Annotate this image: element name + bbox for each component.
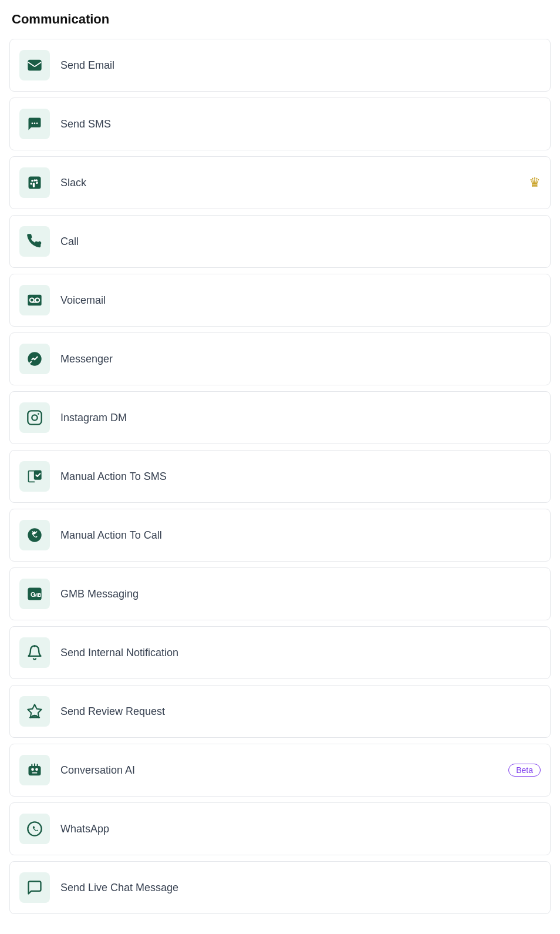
whatsapp-label: WhatsApp <box>60 823 541 835</box>
send-live-chat-label: Send Live Chat Message <box>60 882 541 894</box>
live-chat-icon-wrapper <box>19 872 50 903</box>
voicemail-icon-wrapper <box>19 285 50 315</box>
menu-item-instagram-dm[interactable]: Instagram DM <box>9 391 551 444</box>
instagram-dm-label: Instagram DM <box>60 412 541 424</box>
messenger-label: Messenger <box>60 353 541 365</box>
svg-rect-9 <box>28 411 41 424</box>
communication-menu: Send Email Send SMS Slack♛ Call Voicemai… <box>9 39 551 920</box>
svg-point-13 <box>28 528 41 542</box>
send-email-label: Send Email <box>60 59 541 72</box>
send-sms-label: Send SMS <box>60 118 541 130</box>
gmb-icon-wrapper: G MB <box>19 579 50 609</box>
call-label: Call <box>60 236 541 248</box>
manual-action-call-label: Manual Action To Call <box>60 529 541 542</box>
svg-text:MB: MB <box>34 593 42 598</box>
send-review-request-label: Send Review Request <box>60 705 541 718</box>
manual-call-icon-wrapper <box>19 520 50 550</box>
menu-item-voicemail[interactable]: Voicemail <box>9 274 551 327</box>
menu-item-manual-action-call[interactable]: Manual Action To Call <box>9 509 551 562</box>
svg-point-1 <box>34 122 36 124</box>
voicemail-label: Voicemail <box>60 294 541 307</box>
menu-item-whatsapp[interactable]: WhatsApp <box>9 802 551 855</box>
menu-item-send-internal-notification[interactable]: Send Internal Notification <box>9 626 551 679</box>
ai-icon-wrapper <box>19 755 50 785</box>
sms-icon-wrapper <box>19 109 50 139</box>
page-title: Communication <box>9 12 551 27</box>
gmb-messaging-label: GMB Messaging <box>60 588 541 600</box>
menu-item-messenger[interactable]: Messenger <box>9 332 551 385</box>
manual-action-sms-label: Manual Action To SMS <box>60 471 541 483</box>
menu-item-send-email[interactable]: Send Email <box>9 39 551 92</box>
whatsapp-icon-wrapper <box>19 814 50 844</box>
slack-label: Slack <box>60 177 529 189</box>
svg-rect-3 <box>29 177 41 189</box>
crown-icon: ♛ <box>529 175 541 190</box>
messenger-icon-wrapper <box>19 344 50 374</box>
instagram-icon-wrapper <box>19 402 50 433</box>
menu-item-send-sms[interactable]: Send SMS <box>9 98 551 150</box>
svg-rect-19 <box>29 766 41 775</box>
svg-point-22 <box>28 822 41 835</box>
svg-point-20 <box>31 768 34 771</box>
slack-icon-wrapper <box>19 167 50 198</box>
svg-point-11 <box>38 413 39 415</box>
svg-point-0 <box>32 122 33 124</box>
svg-point-2 <box>36 122 38 124</box>
manual-sms-icon-wrapper <box>19 461 50 492</box>
menu-item-send-review-request[interactable]: Send Review Request <box>9 685 551 738</box>
email-icon-wrapper <box>19 50 50 80</box>
svg-point-10 <box>32 415 37 420</box>
beta-badge: Beta <box>508 764 541 777</box>
call-icon-wrapper <box>19 226 50 257</box>
svg-point-21 <box>35 768 38 771</box>
menu-item-slack[interactable]: Slack♛ <box>9 156 551 209</box>
menu-item-conversation-ai[interactable]: Conversation AIBeta <box>9 744 551 797</box>
menu-item-manual-action-sms[interactable]: Manual Action To SMS <box>9 450 551 503</box>
notification-icon-wrapper <box>19 637 50 668</box>
send-internal-notification-label: Send Internal Notification <box>60 647 541 659</box>
menu-item-send-live-chat[interactable]: Send Live Chat Message <box>9 861 551 914</box>
conversation-ai-label: Conversation AI <box>60 764 502 777</box>
menu-item-gmb-messaging[interactable]: G MB GMB Messaging <box>9 567 551 620</box>
menu-item-call[interactable]: Call <box>9 215 551 268</box>
review-icon-wrapper <box>19 696 50 727</box>
svg-rect-12 <box>34 471 42 480</box>
